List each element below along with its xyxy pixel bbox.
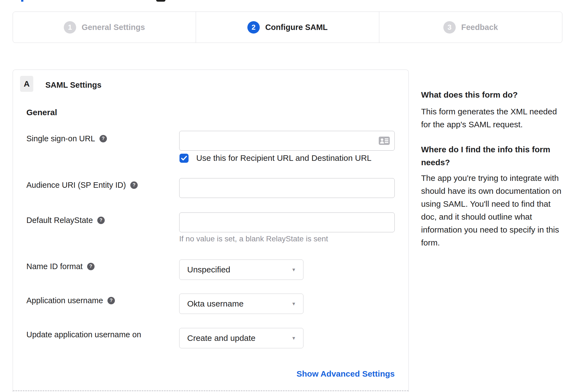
application-username-label-text: Application username (26, 296, 103, 305)
help-question-2-line: Where do I find the info this form (421, 143, 563, 156)
help-icon[interactable]: ? (99, 135, 107, 142)
help-icon[interactable]: ? (107, 297, 115, 304)
advanced-settings-row: Show Advanced Settings (179, 369, 395, 379)
name-id-format-label: Name ID format ? (26, 262, 95, 271)
section-title: SAML Settings (45, 80, 101, 90)
sso-url-input[interactable] (179, 131, 395, 151)
help-question-2-line: needs? (421, 156, 563, 169)
wizard-stepper: 1 General Settings 2 Configure SAML 3 Fe… (13, 12, 562, 43)
update-username-label-text: Update application username on (26, 330, 141, 339)
application-username-select[interactable]: Okta username ▼ (179, 294, 303, 314)
help-icon[interactable]: ? (97, 217, 105, 224)
show-advanced-settings-link[interactable]: Show Advanced Settings (297, 369, 395, 378)
sso-url-label-text: Single sign-on URL (26, 134, 95, 143)
audience-uri-input[interactable] (179, 178, 395, 198)
step-number-badge: 1 (64, 21, 76, 34)
relay-state-helper-text: If no value is set, a blank RelayState i… (179, 234, 328, 244)
step-general-settings[interactable]: 1 General Settings (13, 12, 196, 43)
step-label: General Settings (82, 23, 145, 32)
chevron-down-icon: ▼ (291, 336, 296, 341)
help-answer-1: This form generates the XML needed for t… (421, 105, 563, 131)
help-answer-2-line: doc, and it should outline what (421, 210, 563, 223)
sso-url-label: Single sign-on URL ? (26, 134, 107, 143)
name-id-format-value: Unspecified (187, 265, 230, 274)
saml-settings-panel: A SAML Settings General Single sign-on U… (13, 70, 409, 392)
help-answer-2: The app you're trying to integrate with … (421, 172, 563, 249)
help-question-1: What does this form do? (421, 88, 563, 101)
recipient-url-checkbox-row: Use this for Recipient URL and Destinati… (179, 153, 372, 163)
name-id-format-select[interactable]: Unspecified ▼ (179, 260, 303, 280)
help-question-2: Where do I find the info this form needs… (421, 143, 563, 169)
help-answer-2-line: form. (421, 236, 563, 249)
step-feedback[interactable]: 3 Feedback (379, 12, 562, 43)
step-label: Configure SAML (265, 23, 328, 32)
okta-logo-fragment (21, 0, 23, 2)
section-divider (13, 390, 408, 391)
help-answer-2-line: using SAML. You'll need to find that (421, 197, 563, 210)
help-sidebar: What does this form do? This form genera… (421, 88, 563, 261)
help-icon[interactable]: ? (130, 181, 138, 189)
name-id-format-label-text: Name ID format (26, 262, 83, 271)
update-username-value: Create and update (187, 333, 256, 343)
sso-url-input-wrap (179, 131, 395, 151)
app-logo-fragment (156, 0, 165, 2)
relay-state-label: Default RelayState ? (26, 216, 105, 225)
contact-card-icon[interactable] (379, 137, 390, 146)
audience-uri-label: Audience URI (SP Entity ID) ? (26, 180, 138, 190)
help-answer-2-line: The app you're trying to integrate with (421, 172, 563, 184)
help-icon[interactable]: ? (87, 263, 95, 270)
update-username-label: Update application username on (26, 330, 141, 339)
step-configure-saml[interactable]: 2 Configure SAML (196, 12, 379, 43)
step-label: Feedback (461, 23, 498, 32)
recipient-url-checkbox[interactable] (179, 154, 189, 163)
relay-state-label-text: Default RelayState (26, 216, 93, 225)
application-username-value: Okta username (187, 299, 244, 308)
help-answer-1-line: for the app's SAML request. (421, 118, 563, 131)
help-answer-2-line: should have its own documentation on (421, 184, 563, 197)
audience-uri-input-wrap (179, 178, 395, 198)
help-answer-1-line: This form generates the XML needed (421, 105, 563, 118)
group-title: General (26, 108, 57, 117)
step-number-badge: 3 (443, 21, 456, 34)
relay-state-input[interactable] (179, 212, 395, 232)
update-username-select[interactable]: Create and update ▼ (179, 328, 303, 348)
chevron-down-icon: ▼ (291, 302, 296, 306)
application-username-label: Application username ? (26, 296, 115, 305)
section-letter-badge: A (20, 76, 33, 92)
recipient-url-checkbox-label: Use this for Recipient URL and Destinati… (196, 153, 372, 163)
step-number-badge: 2 (247, 21, 260, 34)
help-answer-2-line: information you need to specify in this (421, 223, 563, 236)
relay-state-input-wrap (179, 212, 395, 232)
chevron-down-icon: ▼ (291, 267, 296, 272)
audience-uri-label-text: Audience URI (SP Entity ID) (26, 180, 126, 190)
